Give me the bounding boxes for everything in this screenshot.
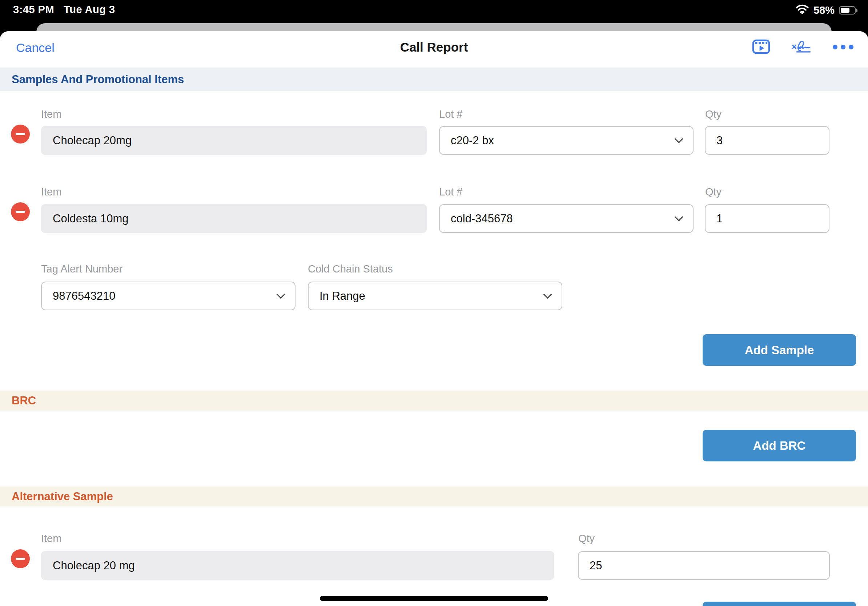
more-icon: [833, 45, 854, 49]
partial-add-button[interactable]: [703, 601, 856, 606]
more-options-button[interactable]: [833, 45, 854, 49]
qty-label: Qty: [705, 186, 722, 198]
media-preview-button[interactable]: [752, 39, 770, 56]
qty-value: 3: [716, 134, 722, 147]
cold-chain-dropdown[interactable]: In Range: [308, 281, 562, 310]
add-brc-button[interactable]: Add BRC: [703, 430, 856, 461]
qty-value: 25: [590, 559, 602, 572]
qty-input[interactable]: 3: [705, 126, 829, 155]
item-label: Item: [41, 108, 61, 120]
signature-button[interactable]: [791, 39, 812, 56]
status-right: 58%: [795, 4, 856, 17]
nav-bar: Cancel Call Report: [0, 31, 868, 68]
remove-alternative-sample-button[interactable]: [11, 549, 30, 568]
section-header-alternative-sample: Alternative Sample: [0, 487, 868, 507]
item-label: Item: [41, 533, 61, 544]
cold-chain-label: Cold Chain Status: [308, 263, 393, 275]
page-title: Call Report: [0, 40, 868, 54]
lot-value: cold-345678: [451, 212, 513, 225]
minus-icon: [16, 558, 25, 560]
wifi-icon: [795, 4, 809, 17]
status-date: Tue Aug 3: [64, 4, 115, 15]
lot-label: Lot #: [439, 186, 463, 198]
item-field[interactable]: Cholecap 20 mg: [41, 551, 554, 580]
lot-label: Lot #: [439, 108, 463, 120]
status-bar: 3:45 PM Tue Aug 3 58%: [0, 0, 868, 22]
item-value: Cholecap 20 mg: [53, 559, 135, 572]
item-field[interactable]: Cholecap 20mg: [41, 126, 427, 155]
lot-value: c20-2 bx: [451, 134, 494, 147]
chevron-down-icon: [674, 134, 683, 143]
remove-sample-row-1-button[interactable]: [11, 125, 30, 144]
signature-icon: [791, 39, 812, 56]
lot-dropdown[interactable]: cold-345678: [439, 204, 693, 233]
qty-value: 1: [716, 212, 722, 225]
section-title: BRC: [12, 394, 36, 407]
chevron-down-icon: [543, 290, 552, 298]
media-preview-icon: [752, 39, 770, 56]
item-label: Item: [41, 186, 61, 198]
minus-icon: [16, 211, 25, 213]
status-time: 3:45 PM: [13, 4, 54, 15]
add-sample-button[interactable]: Add Sample: [703, 334, 856, 366]
battery-icon: [839, 6, 856, 14]
section-title: Alternative Sample: [12, 490, 113, 503]
item-value: Cholecap 20mg: [53, 134, 132, 147]
tag-alert-value: 9876543210: [53, 289, 115, 303]
chevron-down-icon: [674, 213, 683, 221]
minus-icon: [16, 133, 25, 135]
qty-input[interactable]: 1: [705, 204, 829, 233]
item-field[interactable]: Coldesta 10mg: [41, 204, 427, 233]
section-title: Samples And Promotional Items: [12, 73, 184, 86]
ipad-screen: 3:45 PM Tue Aug 3 58%: [0, 0, 868, 606]
section-header-samples: Samples And Promotional Items: [0, 68, 868, 91]
qty-label: Qty: [705, 108, 722, 120]
tag-alert-label: Tag Alert Number: [41, 263, 122, 275]
home-indicator[interactable]: [320, 596, 548, 601]
qty-label: Qty: [578, 533, 595, 544]
chevron-down-icon: [276, 290, 285, 298]
cold-chain-value: In Range: [319, 289, 365, 303]
item-value: Coldesta 10mg: [53, 212, 129, 225]
section-header-brc: BRC: [0, 391, 868, 411]
battery-percent: 58%: [814, 5, 835, 16]
lot-dropdown[interactable]: c20-2 bx: [439, 126, 693, 155]
remove-sample-row-2-button[interactable]: [11, 203, 30, 221]
call-report-modal: Cancel Call Report: [0, 31, 868, 606]
nav-actions: [752, 39, 854, 56]
qty-input[interactable]: 25: [578, 551, 830, 580]
tag-alert-dropdown[interactable]: 9876543210: [41, 281, 296, 310]
status-left: 3:45 PM Tue Aug 3: [13, 4, 115, 15]
